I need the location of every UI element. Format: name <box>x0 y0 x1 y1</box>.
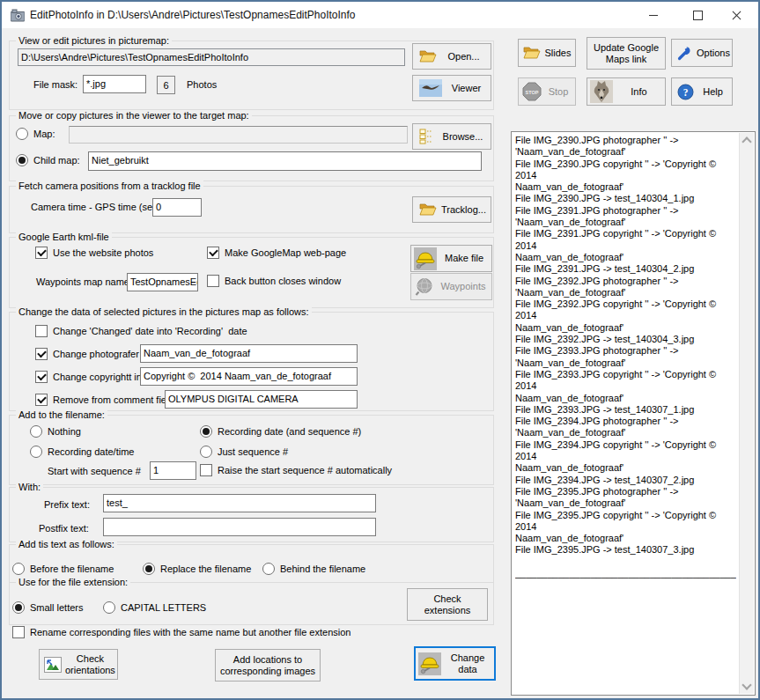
checkbox-icon <box>35 247 48 259</box>
checkbox-back-button-closes[interactable]: Back button closes window <box>207 275 341 287</box>
checkbox-icon <box>35 348 48 360</box>
checkbox-change-copyright[interactable]: Change copyrightt in: <box>35 371 144 383</box>
check-orientations-label: Check orientations <box>62 653 119 676</box>
file-mask-label: File mask: <box>33 79 77 90</box>
radio-replace-filename[interactable]: Replace the filename <box>143 563 251 575</box>
waypoints-map-name-input[interactable]: TestOpnamesEdit <box>127 273 198 291</box>
close-button[interactable] <box>716 2 756 28</box>
open-button-label: Open... <box>437 51 491 63</box>
globe-waypoints-icon <box>414 276 435 298</box>
radio-label: CAPITAL LETTERS <box>121 602 206 613</box>
stop-sign-icon: STOP <box>522 82 542 101</box>
scroll-up-icon[interactable] <box>742 136 751 146</box>
checkbox-label: Remove from comment field: <box>53 394 177 405</box>
change-data-button[interactable]: Change data <box>414 646 496 681</box>
tracklog-button[interactable]: Tracklog... <box>412 196 491 223</box>
checkbox-label: Change photografer in: <box>53 349 152 359</box>
radio-small-letters[interactable]: Small letters <box>12 601 84 614</box>
file-mask-input[interactable]: *.jpg <box>83 75 146 93</box>
help-question-icon: ? <box>677 84 694 100</box>
checkbox-icon <box>207 275 219 287</box>
browse-button[interactable]: Browse... <box>412 123 491 150</box>
checkbox-rename-corresponding[interactable]: Rename corresponding files with the same… <box>12 626 350 638</box>
child-map-input[interactable]: Niet_gebruikt <box>88 151 482 171</box>
options-label: Options <box>693 48 734 59</box>
checkbox-label: Change copyrightt in: <box>53 372 144 382</box>
camera-time-input[interactable]: 0 <box>152 198 202 217</box>
slides-folder-icon <box>523 46 541 60</box>
checkbox-change-photografer[interactable]: Change photografer in: <box>35 348 152 360</box>
radio-nothing[interactable]: Nothing <box>30 425 81 438</box>
group-tracklog-title: Fetch camera positions from a tracklog f… <box>16 181 203 191</box>
radio-map-label: Map: <box>33 129 55 139</box>
checkbox-icon <box>207 247 219 259</box>
update-google-maps-button[interactable]: Update Google Maps link <box>587 37 666 70</box>
radio-label: Just sequence # <box>218 446 288 457</box>
slides-button[interactable]: Slides <box>518 39 576 67</box>
photografer-input[interactable]: Naam_van_de_fotograaf <box>140 344 358 363</box>
scroll-down-icon[interactable] <box>742 680 751 689</box>
checkbox-changed-date[interactable]: Change 'Changed' date into 'Recording' d… <box>35 325 247 337</box>
group-add-text-title: Add tis text as follows: <box>16 539 117 549</box>
options-button[interactable]: Options <box>671 39 733 67</box>
make-file-button-label: Make file <box>437 253 491 264</box>
radio-before-filename[interactable]: Before the filename <box>12 563 114 575</box>
postfix-input[interactable] <box>103 518 376 536</box>
check-extensions-button[interactable]: Check extensions <box>407 588 488 621</box>
radio-child-map[interactable]: Child map: <box>16 154 80 166</box>
checkbox-label: Change 'Changed' date into 'Recording' d… <box>53 326 247 336</box>
stop-label: Stop <box>542 86 575 98</box>
checkbox-label: Raise the start sequence # automatically <box>218 465 392 475</box>
maximize-button[interactable] <box>677 2 718 28</box>
checkbox-label: Back button closes window <box>225 276 341 286</box>
slides-label: Slides <box>541 48 575 59</box>
viewer-button[interactable]: Viewer <box>412 75 491 101</box>
radio-label: Recording date (and sequence #) <box>218 426 361 437</box>
check-orientations-button[interactable]: Check orientations <box>39 649 118 680</box>
radio-label: Small letters <box>30 602 84 613</box>
browse-tree-icon <box>419 129 435 144</box>
log-output[interactable]: File IMG_2390.JPG photographer '' -> 'Na… <box>511 131 756 696</box>
open-folder-icon <box>419 49 437 63</box>
radio-map[interactable]: Map: <box>16 128 55 140</box>
checkbox-make-googlemap[interactable]: Make GoogleMap web-page <box>207 247 346 259</box>
checkbox-remove-comment[interactable]: Remove from comment field: <box>35 394 177 406</box>
photos-label: Photos <box>187 79 217 90</box>
prefix-input[interactable]: test_ <box>103 494 376 512</box>
helmet-wrench-icon <box>418 652 441 675</box>
make-file-button[interactable]: Make file <box>410 245 492 272</box>
check-extensions-label: Check extensions <box>408 593 487 616</box>
checkbox-icon <box>12 626 25 638</box>
minimize-button[interactable] <box>633 2 674 28</box>
radio-recording-date-seq[interactable]: Recording date (and sequence #) <box>200 425 361 438</box>
radio-label: Recording date/time <box>48 446 134 457</box>
open-button[interactable]: Open... <box>412 43 491 70</box>
radio-icon <box>103 601 115 614</box>
checkbox-raise-sequence[interactable]: Raise the start sequence # automatically <box>200 464 392 476</box>
stop-button[interactable]: STOP Stop <box>518 77 576 106</box>
copyright-input[interactable]: Copyright © 2014 Naam_van_de_fotograaf <box>140 367 358 386</box>
picturemap-path-field[interactable]: D:\Users\Andre\Pictures\TestOpnamesEditP… <box>18 48 405 66</box>
camera-time-label: Camera time - GPS time (sec): <box>31 202 163 212</box>
radio-icon <box>200 425 212 438</box>
title-bar[interactable]: EditPhotoInfo in D:\Users\Andre\Pictures… <box>2 2 758 28</box>
add-locations-label: Add locations to corresponding images <box>216 654 320 677</box>
comment-input[interactable]: OLYMPUS DIGITAL CAMERA <box>165 390 358 409</box>
radio-behind-filename[interactable]: Behind the filename <box>262 563 365 575</box>
start-sequence-input[interactable]: 1 <box>150 461 196 480</box>
checkbox-icon <box>35 394 48 406</box>
radio-just-sequence[interactable]: Just sequence # <box>200 446 288 458</box>
add-locations-button[interactable]: Add locations to corresponding images <box>215 649 321 682</box>
radio-capital-letters[interactable]: CAPITAL LETTERS <box>103 601 206 614</box>
log-scrollbar[interactable] <box>739 133 754 694</box>
help-button[interactable]: ? Help <box>671 77 733 106</box>
waypoints-button[interactable]: Waypoints <box>410 273 492 300</box>
orientation-image-icon <box>44 657 62 673</box>
radio-recording-datetime[interactable]: Recording date/time <box>30 446 134 458</box>
info-button[interactable]: Info <box>587 77 666 106</box>
radio-icon <box>143 563 155 575</box>
tracklog-folder-icon <box>419 203 437 217</box>
checkbox-use-website-photos[interactable]: Use the website photos <box>35 247 153 259</box>
help-label: Help <box>694 86 732 98</box>
checkbox-label: Rename corresponding files with the same… <box>30 627 350 637</box>
